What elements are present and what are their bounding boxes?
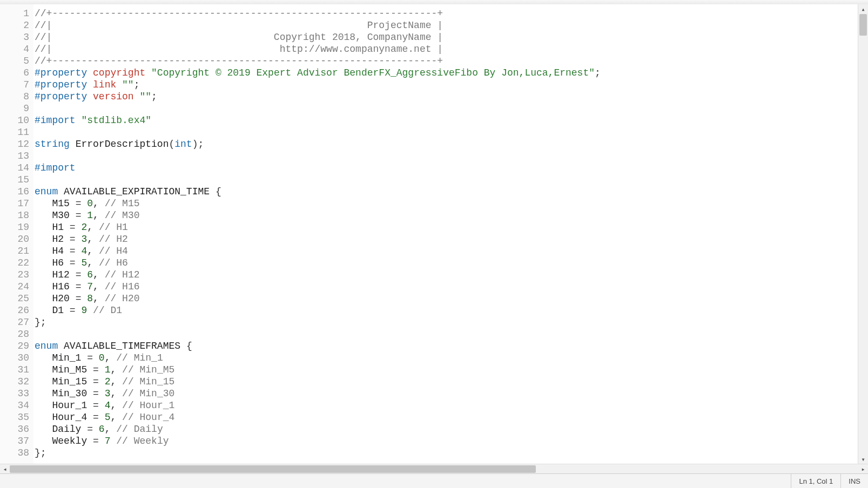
line-number: 27 [0, 316, 33, 328]
code-line[interactable]: Min_1 = 0, // Min_1 [35, 352, 868, 364]
line-number: 17 [0, 198, 33, 209]
code-line[interactable]: //| Copyright 2018, CompanyName | [35, 31, 868, 43]
code-line[interactable]: #property copyright "Copyright © 2019 Ex… [35, 67, 868, 79]
code-line[interactable]: Min_M5 = 1, // Min_M5 [35, 364, 868, 376]
vertical-scrollbar[interactable]: ▴ ▾ [858, 4, 868, 464]
code-line[interactable] [35, 328, 868, 340]
line-number: 28 [0, 328, 33, 340]
line-number: 2 [0, 19, 33, 31]
line-number: 14 [0, 162, 33, 174]
scroll-down-arrow-icon[interactable]: ▾ [858, 455, 868, 464]
code-line[interactable] [35, 103, 868, 114]
code-line[interactable]: Hour_4 = 5, // Hour_4 [35, 411, 868, 423]
line-number: 33 [0, 388, 33, 399]
horizontal-scroll-track[interactable] [10, 464, 858, 474]
scroll-right-arrow-icon[interactable]: ▸ [858, 464, 868, 474]
code-line[interactable]: #import [35, 162, 868, 174]
code-line[interactable]: //| http://www.companyname.net | [35, 43, 868, 55]
code-line[interactable]: D1 = 9 // D1 [35, 304, 868, 316]
line-number: 29 [0, 340, 33, 352]
status-bar: Ln 1, Col 1 INS [0, 473, 868, 488]
code-line[interactable]: M30 = 1, // M30 [35, 209, 868, 221]
code-content[interactable]: //+-------------------------------------… [33, 4, 868, 464]
code-line[interactable]: //+-------------------------------------… [35, 8, 868, 19]
line-number: 18 [0, 209, 33, 221]
line-number: 20 [0, 233, 33, 245]
line-number: 24 [0, 281, 33, 293]
code-line[interactable]: Weekly = 7 // Weekly [35, 435, 868, 447]
code-line[interactable]: #property link ""; [35, 79, 868, 91]
line-number: 4 [0, 43, 33, 55]
code-line[interactable]: enum AVAILABLE_EXPIRATION_TIME { [35, 186, 868, 198]
line-number: 19 [0, 221, 33, 233]
code-line[interactable]: Daily = 6, // Daily [35, 423, 868, 435]
line-number: 34 [0, 399, 33, 411]
code-line[interactable]: H6 = 5, // H6 [35, 257, 868, 269]
line-number: 10 [0, 114, 33, 126]
code-line[interactable]: H16 = 7, // H16 [35, 281, 868, 293]
code-line[interactable]: Min_15 = 2, // Min_15 [35, 376, 868, 388]
code-line[interactable]: enum AVAILABLE_TIMEFRAMES { [35, 340, 868, 352]
line-number: 15 [0, 174, 33, 186]
editor-area[interactable]: 1234567891011121314151617181920212223242… [0, 4, 868, 464]
line-number: 3 [0, 31, 33, 43]
code-line[interactable]: //| ProjectName | [35, 19, 868, 31]
line-number: 30 [0, 352, 33, 364]
code-line[interactable]: H2 = 3, // H2 [35, 233, 868, 245]
code-line[interactable]: string ErrorDescription(int); [35, 138, 868, 150]
line-number-gutter: 1234567891011121314151617181920212223242… [0, 4, 33, 464]
line-number: 16 [0, 186, 33, 198]
line-number: 12 [0, 138, 33, 150]
line-number: 9 [0, 103, 33, 114]
scroll-up-arrow-icon[interactable]: ▴ [858, 4, 868, 14]
line-number: 23 [0, 269, 33, 281]
code-line[interactable]: }; [35, 447, 868, 459]
code-line[interactable]: Min_30 = 3, // Min_30 [35, 388, 868, 399]
code-line[interactable]: Hour_1 = 4, // Hour_1 [35, 399, 868, 411]
line-number: 7 [0, 79, 33, 91]
code-line[interactable]: //+-------------------------------------… [35, 55, 868, 67]
code-line[interactable]: M15 = 0, // M15 [35, 198, 868, 209]
code-line[interactable] [35, 150, 868, 162]
line-number: 26 [0, 304, 33, 316]
line-number: 1 [0, 8, 33, 19]
line-number: 37 [0, 435, 33, 447]
line-number: 5 [0, 55, 33, 67]
code-line[interactable]: #import "stdlib.ex4" [35, 114, 868, 126]
line-number: 8 [0, 91, 33, 103]
vertical-scroll-thumb[interactable] [859, 14, 867, 36]
code-line[interactable]: H20 = 8, // H20 [35, 293, 868, 304]
code-line[interactable]: #property version ""; [35, 91, 868, 103]
line-number: 35 [0, 411, 33, 423]
horizontal-scroll-thumb[interactable] [10, 465, 536, 473]
line-number: 6 [0, 67, 33, 79]
cursor-position: Ln 1, Col 1 [791, 474, 840, 488]
scroll-left-arrow-icon[interactable]: ◂ [0, 464, 10, 474]
code-line[interactable]: H1 = 2, // H1 [35, 221, 868, 233]
line-number: 36 [0, 423, 33, 435]
line-number: 11 [0, 126, 33, 138]
code-line[interactable]: H4 = 4, // H4 [35, 245, 868, 257]
code-line[interactable] [35, 126, 868, 138]
line-number: 31 [0, 364, 33, 376]
code-line[interactable] [35, 174, 868, 186]
code-line[interactable]: }; [35, 316, 868, 328]
line-number: 38 [0, 447, 33, 459]
horizontal-scrollbar[interactable]: ◂ ▸ [0, 464, 868, 474]
line-number: 22 [0, 257, 33, 269]
insert-mode: INS [840, 474, 868, 488]
line-number: 21 [0, 245, 33, 257]
line-number: 25 [0, 293, 33, 304]
line-number: 32 [0, 376, 33, 388]
code-line[interactable]: H12 = 6, // H12 [35, 269, 868, 281]
line-number: 13 [0, 150, 33, 162]
